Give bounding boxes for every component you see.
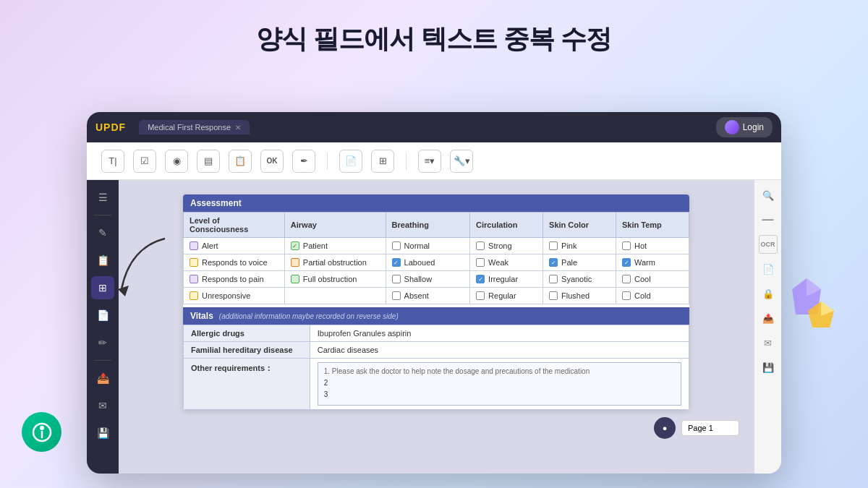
weak-checkbox[interactable] [476,258,485,267]
right-minus-icon[interactable]: — [759,210,778,229]
wrench-button[interactable]: 🔧▾ [450,150,473,173]
regular-checkbox[interactable] [476,291,485,300]
sidebar-divider [94,215,111,215]
col-header-skin-color: Skin Color [543,213,616,238]
right-upload-icon[interactable]: 📤 [759,309,778,328]
pale-label: Pale [561,258,577,267]
grid-button[interactable]: ⊞ [371,150,394,173]
sidebar-icon-edit2[interactable]: ✏ [91,331,114,354]
vitals-label: Vitals [190,311,213,321]
full-obs-checkbox[interactable] [291,275,299,283]
toolbar-separator [327,153,328,170]
allergic-value[interactable]: Ibuprofen Granules aspirin [310,325,689,342]
syanotic-row: Syanotic [549,273,610,285]
page-select[interactable]: Page 1 Page 2 [681,420,739,436]
consciousness-cell-4: Unresponsive [184,288,285,304]
radio-tool-button[interactable]: ◉ [165,150,188,173]
col-header-skin-temp: Skin Temp [616,213,689,238]
sidebar-icon-mail[interactable]: ✉ [91,394,114,417]
strong-checkbox[interactable] [476,241,485,250]
right-doc-icon[interactable]: 📄 [759,260,778,278]
circulation-cell-1: Strong [470,238,543,254]
flushed-checkbox[interactable] [549,291,558,300]
checkbox-tool-button[interactable]: ☑ [133,150,156,173]
text-field-button[interactable]: ▤ [197,150,220,173]
close-tab-icon[interactable]: ✕ [235,124,241,132]
cold-label: Cold [634,291,651,300]
sidebar-icon-doc[interactable]: 📄 [91,304,114,327]
skin-temp-cell-4: Cold [616,288,689,304]
skin-color-cell-4: Flushed [543,288,616,304]
pink-checkbox[interactable] [549,241,558,250]
cool-row: Cool [622,273,683,285]
sidebar-icon-clip[interactable]: 📋 [91,249,114,272]
deco-bottom-left [22,412,61,452]
irregular-checkbox[interactable]: ✓ [476,275,485,283]
table-row-4: Unresponsive Absent [184,288,689,304]
hot-checkbox[interactable] [622,241,631,250]
pale-checkbox[interactable]: ✓ [549,258,558,267]
svg-point-6 [40,426,44,430]
sign-button[interactable]: ✒ [292,150,315,173]
cool-checkbox[interactable] [622,275,631,283]
laboued-label: Laboued [404,258,435,267]
ok-button[interactable]: OK [260,150,284,173]
skin-temp-cell-1: Hot [616,238,689,254]
absent-row: Absent [392,290,464,301]
right-search-icon[interactable]: 🔍 [759,186,778,205]
strong-label: Strong [488,241,511,250]
responds-pain-label: Responds to pain [202,275,264,283]
alert-checkbox[interactable] [190,241,198,250]
right-mail-icon[interactable]: ✉ [759,333,778,352]
assessment-table: Level of Consciousness Airway Breathing … [183,212,689,304]
patient-checkbox[interactable]: ✓ [291,241,299,250]
tab-label: Medical First Response [148,123,231,132]
table-row-3: Responds to pain Full obstruction [184,271,689,288]
allergic-row: Allergic drugs Ibuprofen Granules aspiri… [184,325,689,342]
syanotic-checkbox[interactable] [549,275,558,283]
allergic-label: Allergic drugs [184,325,310,342]
sidebar-icon-table[interactable]: ⊞ [91,276,114,299]
laboued-checkbox[interactable]: ✓ [392,258,401,267]
breathing-cell-3: Shallow [386,271,470,288]
flushed-label: Flushed [561,291,590,300]
skin-temp-cell-2: ✓ Warm [616,254,689,271]
absent-label: Absent [404,291,429,300]
right-lock-icon[interactable]: 🔒 [759,284,778,303]
unresponsive-checkbox[interactable] [190,291,198,300]
sidebar-icon-menu[interactable]: ☰ [91,186,114,209]
warm-checkbox[interactable]: ✓ [622,258,631,267]
text-tool-button[interactable]: T| [101,150,124,173]
other-req-row: Other requirements： 1. Please ask the do… [184,359,689,410]
align-button[interactable]: ≡▾ [418,150,441,173]
circle-icon [31,421,53,443]
document-tab[interactable]: Medical First Response ✕ [139,120,250,134]
airway-cell-2: Partial obstruction [284,254,386,271]
absent-checkbox[interactable] [392,291,401,300]
vitals-header: Vitals (additional information maybe rec… [183,307,689,325]
familial-value[interactable]: Cardiac diseases [310,342,689,359]
responds-pain-checkbox[interactable] [190,275,198,283]
irregular-row: ✓ Irregular [476,273,537,285]
circulation-cell-4: Regular [470,288,543,304]
shallow-checkbox[interactable] [392,275,401,283]
regular-row: Regular [476,290,537,301]
hot-row: Hot [622,240,683,252]
list-field-button[interactable]: 📋 [229,150,252,173]
responds-voice-checkbox[interactable] [190,258,198,267]
other-req-box[interactable]: 1. Please ask the doctor to help note th… [318,362,681,406]
irregular-label: Irregular [488,275,518,283]
col-header-consciousness: Level of Consciousness [184,213,285,238]
right-save-icon[interactable]: 💾 [759,358,778,377]
sidebar-icon-edit[interactable]: ✎ [91,221,114,244]
regular-label: Regular [488,291,516,300]
normal-checkbox[interactable] [392,241,401,250]
sidebar-icon-save[interactable]: 💾 [91,421,114,445]
partial-obs-checkbox[interactable] [291,258,299,267]
right-ocr-icon[interactable]: OCR [759,235,778,254]
cold-checkbox[interactable] [622,291,631,300]
page-indicator[interactable]: ● [654,417,676,439]
login-button[interactable]: Login [716,117,773,137]
doc-button[interactable]: 📄 [339,150,362,173]
sidebar-icon-upload[interactable]: 📤 [91,367,114,390]
